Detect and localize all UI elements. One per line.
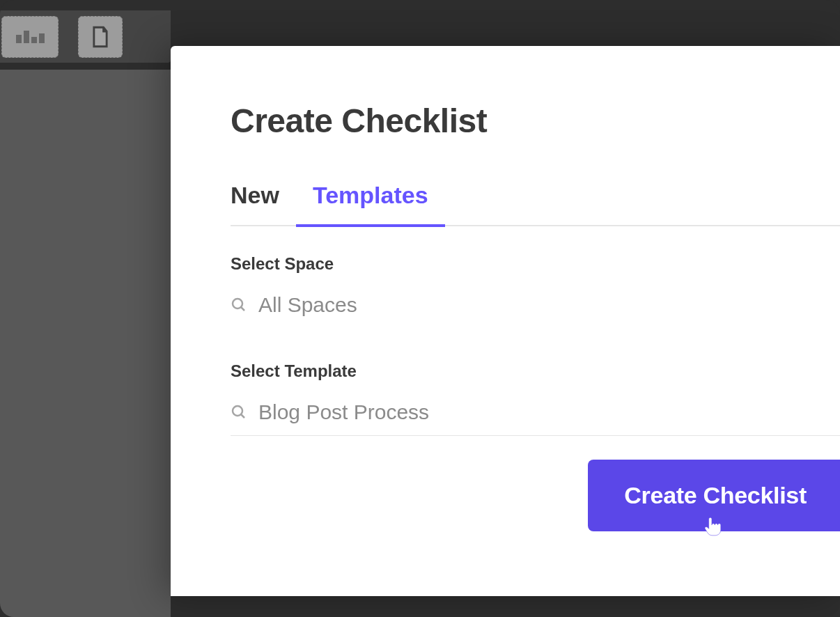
tab-templates[interactable]: Templates [296,182,445,227]
search-icon [231,297,247,313]
tab-bar: New Templates [231,182,840,226]
toolbar-page-button[interactable] [78,16,123,58]
select-template-row[interactable] [231,400,840,436]
modal-title: Create Checklist [231,102,840,140]
select-space-input[interactable] [258,293,840,317]
toolbar-region [0,10,171,63]
select-space-row[interactable] [231,293,840,328]
select-space-label: Select Space [231,254,840,274]
svg-line-1 [241,307,244,311]
select-template-label: Select Template [231,361,840,381]
page-icon [91,26,110,48]
create-checklist-button[interactable]: Create Checklist [588,460,840,531]
search-icon [231,404,247,421]
toolbar-chart-button[interactable] [1,16,59,58]
select-template-group: Select Template [231,361,840,436]
svg-point-2 [233,406,242,416]
svg-line-3 [241,414,244,418]
create-checklist-modal: Create Checklist New Templates Select Sp… [171,46,840,596]
svg-point-0 [233,299,242,308]
left-panel [0,70,171,617]
select-space-group: Select Space [231,254,840,328]
select-template-input[interactable] [258,400,840,424]
tab-new[interactable]: New [231,182,296,227]
chart-icon [16,31,45,43]
